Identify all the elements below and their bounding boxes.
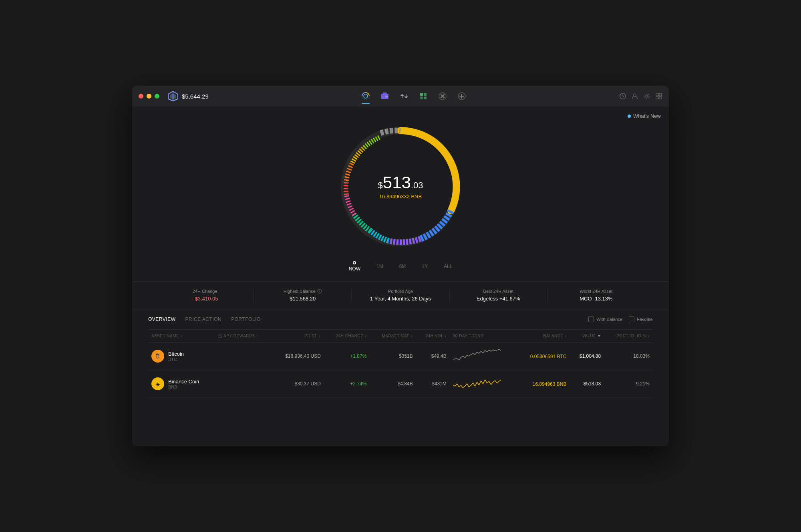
asset-table: ASSET NAME ↕ i APY REWARDS ↕ PRICE ↕ [148, 330, 653, 398]
history-icon[interactable] [619, 93, 626, 100]
svg-rect-10 [424, 93, 427, 96]
svg-rect-11 [420, 97, 423, 99]
logo-area: $5,644.29 [167, 91, 209, 102]
time-label-all: ALL [444, 264, 452, 269]
chart-section: $513.03 16.89496332 BNB NOW 1M 6M [132, 107, 669, 281]
bnb-trend-chart [453, 375, 501, 391]
bnb-portfolio: 9.21% [604, 370, 653, 398]
time-btn-6m[interactable]: 6M [399, 262, 406, 271]
btc-apy [215, 343, 272, 370]
bnb-trend-cell [450, 370, 517, 398]
stats-bar: 24H Change - $3,410.05 Highest Balance i… [132, 281, 669, 309]
svg-text:i: i [319, 290, 320, 293]
table-row[interactable]: ◈ Binance Coin BNB $30.37 USD +2.74% $4.… [148, 370, 653, 398]
col-value[interactable]: VALUE [570, 330, 604, 343]
stat-worst-asset: Worst 24H Asset MCO -13.13% [547, 289, 645, 302]
donut-chart: $513.03 16.89496332 BNB [332, 119, 469, 255]
time-indicator-now [353, 261, 356, 264]
with-balance-toggle[interactable]: With Balance [588, 316, 622, 322]
bnb-apy [215, 370, 272, 398]
favorite-checkbox[interactable] [629, 316, 634, 322]
tab-overview[interactable]: OVERVIEW [148, 315, 175, 324]
app-window: $5,644.29 [132, 86, 669, 446]
col-market-cap[interactable]: MARKET CAP ↕ [370, 330, 416, 343]
tab-price-action[interactable]: PRICE ACTION [185, 315, 221, 324]
btc-vol: $49.4B [416, 343, 450, 370]
col-apy-info-icon: i [218, 334, 222, 338]
total-balance: $5,644.29 [182, 93, 209, 100]
bnb-name: Binance Coin [168, 379, 199, 385]
tab-portfolio[interactable]: PORTFOLIO [231, 315, 261, 324]
svg-text:i: i [220, 335, 221, 338]
stat-portfolio-age-label: Portfolio Age [360, 289, 441, 294]
btc-trend-cell [450, 343, 517, 370]
time-btn-now[interactable]: NOW [349, 260, 360, 273]
close-button[interactable] [139, 94, 143, 99]
maximize-button[interactable] [155, 94, 159, 99]
nav-exchange-button[interactable] [434, 87, 451, 105]
time-label-1m: 1M [376, 264, 383, 269]
user-icon[interactable] [631, 93, 638, 100]
settings-icon[interactable] [643, 93, 650, 100]
whats-new-button[interactable]: What's New [628, 113, 661, 119]
col-balance[interactable]: BALANCE ↕ [517, 330, 570, 343]
col-apy-rewards[interactable]: i APY REWARDS ↕ [215, 330, 272, 343]
bnb-ticker: BNB [168, 385, 199, 389]
bnb-market-cap: $4.84B [370, 370, 416, 398]
time-selector: NOW 1M 6M 1Y ALL [349, 260, 453, 281]
col-price[interactable]: PRICE ↕ [272, 330, 324, 343]
time-label-now: NOW [349, 266, 360, 272]
col-24h-vol[interactable]: 24H VOL ↕ [416, 330, 450, 343]
stat-highest-balance-value: $11,568.20 [262, 296, 343, 302]
nav-portfolio-button[interactable] [357, 87, 374, 105]
minimize-button[interactable] [147, 94, 151, 99]
with-balance-label: With Balance [596, 317, 622, 322]
table-tab-right-controls: With Balance Favorite [588, 316, 653, 322]
bnb-icon: ◈ [151, 377, 164, 390]
col-portfolio-pct[interactable]: PORTFOLIO % ↕ [604, 330, 653, 343]
nav-add-button[interactable] [453, 87, 471, 105]
donut-center-value: $513.03 16.89496332 BNB [378, 174, 423, 200]
stat-24h-change-label: 24H Change [164, 289, 246, 294]
time-btn-1y[interactable]: 1Y [422, 262, 428, 271]
btc-value: $1,004.88 [570, 343, 604, 370]
asset-name-cell-btc: ₿ Bitcoin BTC [148, 343, 215, 370]
title-bar: $5,644.29 [132, 86, 669, 107]
favorite-toggle[interactable]: Favorite [629, 316, 653, 322]
nav-wallet-button[interactable] [376, 87, 394, 105]
bnb-balance: 16.894963 BNB [517, 370, 570, 398]
btc-trend-chart [453, 347, 501, 363]
col-asset-name[interactable]: ASSET NAME ↕ [148, 330, 215, 343]
time-btn-1m[interactable]: 1M [376, 262, 383, 271]
stat-best-asset: Best 24H Asset Edgeless +41.67% [450, 289, 547, 302]
portfolio-main-value: 513 [383, 173, 411, 192]
stat-portfolio-age: Portfolio Age 1 Year, 4 Months, 26 Days [352, 289, 449, 302]
table-tabs: OVERVIEW PRICE ACTION PORTFOLIO With Bal… [148, 309, 653, 330]
col-24h-change[interactable]: 24H CHANGE ↕ [324, 330, 370, 343]
bnb-price: $30.37 USD [272, 370, 324, 398]
btc-icon: ₿ [151, 350, 164, 363]
traffic-lights [139, 94, 159, 99]
svg-point-17 [646, 95, 648, 97]
with-balance-checkbox[interactable] [588, 316, 594, 322]
nav-stacks-button[interactable] [415, 87, 432, 105]
stat-24h-change: 24H Change - $3,410.05 [156, 289, 254, 302]
btc-price: $18,936.40 USD [272, 343, 324, 370]
stat-worst-asset-value: MCO -13.13% [555, 296, 637, 302]
whats-new-dot [628, 115, 631, 118]
svg-rect-8 [383, 93, 387, 94]
btc-change: +1.87% [324, 343, 370, 370]
nav-swap-button[interactable] [395, 87, 413, 105]
stat-24h-change-value: - $3,410.05 [164, 296, 246, 302]
bnb-vol: $431M [416, 370, 450, 398]
table-row[interactable]: ₿ Bitcoin BTC $18,936.40 USD +1.87% $351… [148, 343, 653, 370]
stat-best-asset-label: Best 24H Asset [458, 289, 539, 294]
btc-ticker: BTC [168, 357, 184, 362]
time-btn-all[interactable]: ALL [444, 262, 452, 271]
app-logo-icon [167, 91, 179, 102]
stat-highest-balance-label: Highest Balance i [262, 289, 343, 294]
svg-rect-18 [656, 93, 658, 96]
grid-icon[interactable] [655, 93, 662, 100]
svg-rect-20 [656, 97, 658, 99]
svg-rect-21 [659, 97, 662, 99]
